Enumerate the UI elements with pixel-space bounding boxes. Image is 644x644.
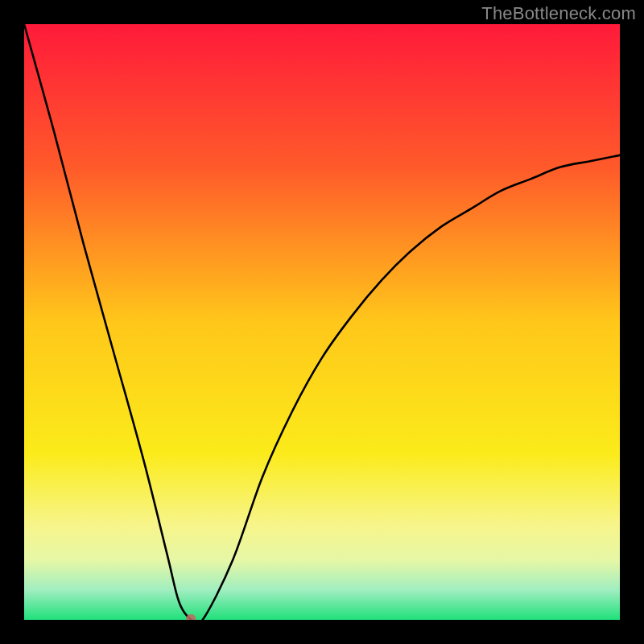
bottleneck-curve-chart	[24, 24, 620, 620]
attribution-text: TheBottleneck.com	[481, 3, 636, 24]
chart-frame: TheBottleneck.com	[0, 0, 644, 644]
plot-area	[24, 24, 620, 620]
gradient-background	[24, 24, 620, 620]
